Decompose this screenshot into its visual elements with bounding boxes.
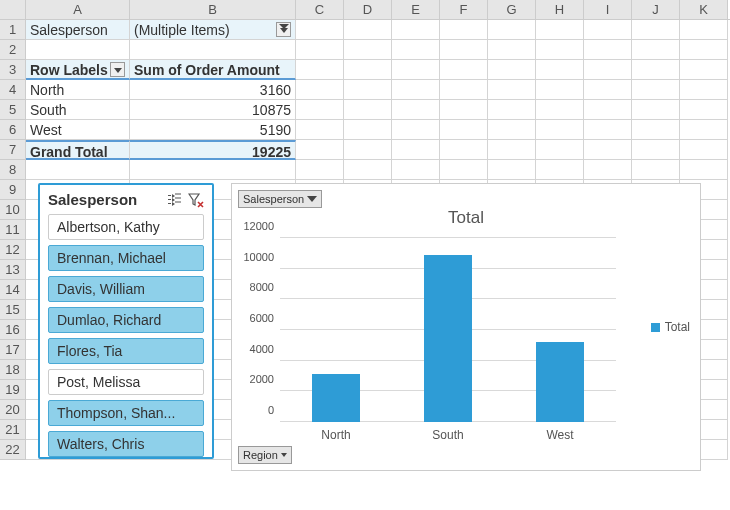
cell-F1[interactable] [440, 20, 488, 40]
cell-E4[interactable] [392, 80, 440, 100]
cell-B6[interactable]: 5190 [130, 120, 296, 140]
column-header-G[interactable]: G [488, 0, 536, 19]
cell-H5[interactable] [536, 100, 584, 120]
cell-A7[interactable]: Grand Total [26, 140, 130, 160]
cell-G8[interactable] [488, 160, 536, 180]
cell-J2[interactable] [632, 40, 680, 60]
cell-I7[interactable] [584, 140, 632, 160]
cell-F5[interactable] [440, 100, 488, 120]
cell-H4[interactable] [536, 80, 584, 100]
row-header-6[interactable]: 6 [0, 120, 26, 140]
slicer-item-4[interactable]: Flores, Tia [48, 338, 204, 364]
row-header-3[interactable]: 3 [0, 60, 26, 80]
cell-D7[interactable] [344, 140, 392, 160]
cell-D3[interactable] [344, 60, 392, 80]
cell-A6[interactable]: West [26, 120, 130, 140]
cell-A5[interactable]: South [26, 100, 130, 120]
row-header-16[interactable]: 16 [0, 320, 26, 340]
cell-C2[interactable] [296, 40, 344, 60]
row-header-9[interactable]: 9 [0, 180, 26, 200]
row-header-7[interactable]: 7 [0, 140, 26, 160]
cell-I2[interactable] [584, 40, 632, 60]
cell-A8[interactable] [26, 160, 130, 180]
cell-B8[interactable] [130, 160, 296, 180]
multiselect-icon[interactable] [166, 192, 182, 208]
column-header-K[interactable]: K [680, 0, 728, 19]
bar-South[interactable] [424, 255, 472, 422]
row-header-5[interactable]: 5 [0, 100, 26, 120]
column-header-E[interactable]: E [392, 0, 440, 19]
cell-C3[interactable] [296, 60, 344, 80]
cell-H1[interactable] [536, 20, 584, 40]
cell-I4[interactable] [584, 80, 632, 100]
cell-H2[interactable] [536, 40, 584, 60]
row-header-17[interactable]: 17 [0, 340, 26, 360]
cell-C5[interactable] [296, 100, 344, 120]
slicer-item-7[interactable]: Walters, Chris [48, 431, 204, 457]
cell-B4[interactable]: 3160 [130, 80, 296, 100]
column-header-D[interactable]: D [344, 0, 392, 19]
cell-J6[interactable] [632, 120, 680, 140]
column-header-B[interactable]: B [130, 0, 296, 19]
cell-J3[interactable] [632, 60, 680, 80]
row-header-8[interactable]: 8 [0, 160, 26, 180]
cell-K6[interactable] [680, 120, 728, 140]
cell-J4[interactable] [632, 80, 680, 100]
column-header-A[interactable]: A [26, 0, 130, 19]
cell-C4[interactable] [296, 80, 344, 100]
cell-J8[interactable] [632, 160, 680, 180]
cell-G2[interactable] [488, 40, 536, 60]
slicer-item-0[interactable]: Albertson, Kathy [48, 214, 204, 240]
column-header-H[interactable]: H [536, 0, 584, 19]
row-header-11[interactable]: 11 [0, 220, 26, 240]
cell-H3[interactable] [536, 60, 584, 80]
cell-G7[interactable] [488, 140, 536, 160]
cell-A3[interactable]: Row Labels [26, 60, 130, 80]
row-header-2[interactable]: 2 [0, 40, 26, 60]
cell-B3[interactable]: Sum of Order Amount [130, 60, 296, 80]
cell-C8[interactable] [296, 160, 344, 180]
cell-E7[interactable] [392, 140, 440, 160]
row-header-4[interactable]: 4 [0, 80, 26, 100]
column-header-J[interactable]: J [632, 0, 680, 19]
cell-K2[interactable] [680, 40, 728, 60]
cell-I6[interactable] [584, 120, 632, 140]
cell-E3[interactable] [392, 60, 440, 80]
cell-A4[interactable]: North [26, 80, 130, 100]
cell-C1[interactable] [296, 20, 344, 40]
slicer-item-3[interactable]: Dumlao, Richard [48, 307, 204, 333]
cell-I5[interactable] [584, 100, 632, 120]
cell-D2[interactable] [344, 40, 392, 60]
cell-I3[interactable] [584, 60, 632, 80]
cell-G6[interactable] [488, 120, 536, 140]
slicer-item-6[interactable]: Thompson, Shan... [48, 400, 204, 426]
filter-dropdown-icon[interactable] [276, 22, 291, 37]
cell-J1[interactable] [632, 20, 680, 40]
cell-A2[interactable] [26, 40, 130, 60]
cell-K3[interactable] [680, 60, 728, 80]
clear-filter-icon[interactable] [188, 192, 204, 208]
column-header-F[interactable]: F [440, 0, 488, 19]
slicer-item-2[interactable]: Davis, William [48, 276, 204, 302]
row-header-1[interactable]: 1 [0, 20, 26, 40]
chart-filter-salesperson[interactable]: Salesperson [238, 190, 322, 208]
cell-B5[interactable]: 10875 [130, 100, 296, 120]
slicer-item-5[interactable]: Post, Melissa [48, 369, 204, 395]
cell-K8[interactable] [680, 160, 728, 180]
slicer-item-1[interactable]: Brennan, Michael [48, 245, 204, 271]
cell-D4[interactable] [344, 80, 392, 100]
cell-F4[interactable] [440, 80, 488, 100]
cell-D6[interactable] [344, 120, 392, 140]
row-header-10[interactable]: 10 [0, 200, 26, 220]
cell-K4[interactable] [680, 80, 728, 100]
row-header-14[interactable]: 14 [0, 280, 26, 300]
row-header-15[interactable]: 15 [0, 300, 26, 320]
cell-G3[interactable] [488, 60, 536, 80]
cell-F8[interactable] [440, 160, 488, 180]
cell-C7[interactable] [296, 140, 344, 160]
cell-D8[interactable] [344, 160, 392, 180]
cell-K5[interactable] [680, 100, 728, 120]
row-header-22[interactable]: 22 [0, 440, 26, 460]
cell-D5[interactable] [344, 100, 392, 120]
bar-West[interactable] [536, 342, 584, 422]
